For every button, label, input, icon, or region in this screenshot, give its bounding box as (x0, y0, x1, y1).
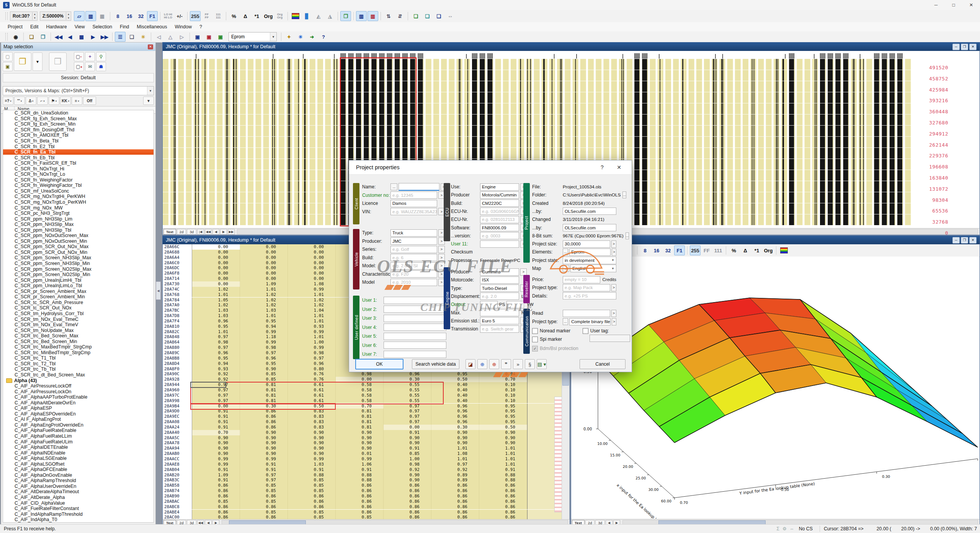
hex-cell[interactable]: 0.90 (479, 435, 527, 441)
display-bin-icon[interactable]: 111 111 (213, 11, 224, 21)
project-arrow-button[interactable]: > (612, 249, 616, 256)
dialog-titlebar[interactable]: Project properties ? ✕ (349, 160, 632, 175)
hex-cell[interactable]: 0.00 (288, 271, 336, 276)
communication-field[interactable] (563, 310, 610, 317)
hex-cell[interactable]: 0.00 (192, 271, 240, 276)
hex-address[interactable]: 28AA08 (163, 419, 192, 425)
hex-cell[interactable]: 0.76 (288, 371, 336, 377)
map-list-item[interactable]: C_AIF_AlphaOFCEnable (3, 467, 154, 473)
vehicle-field[interactable]: e.g. F20 (390, 270, 437, 278)
new-window-icon[interactable]: ❐ (340, 11, 351, 21)
project-dropdown[interactable]: in development▼ (563, 257, 616, 264)
sort-asc-icon[interactable]: ⇅ (383, 11, 394, 21)
hex-cell[interactable]: 0.86 (384, 488, 431, 494)
view-2d-icon[interactable]: ▣ (204, 32, 214, 42)
map-list-item[interactable]: C_AIF_AltDerateAlphaTimeout (3, 489, 154, 495)
new-project-icon[interactable]: ▢ (3, 52, 13, 61)
hex-cell[interactable]: 0.50 (431, 377, 479, 382)
map-list-item[interactable]: C_AIF_AlphaINDEnable (3, 450, 154, 456)
hex-cell[interactable]: 0.55 (384, 393, 431, 398)
hex-cell[interactable]: 0.00 (240, 271, 288, 276)
hex-cell[interactable]: 0.97 (192, 345, 240, 350)
hex-cell[interactable]: 0.85 (384, 451, 431, 456)
hex-cell[interactable]: 0.90 (431, 430, 479, 435)
delta2-icon[interactable]: Δ (740, 245, 751, 255)
session-icon[interactable]: ◉ (10, 32, 21, 42)
hex-cell[interactable]: 0.86 (479, 494, 527, 499)
hex-cell[interactable]: 0.97 (431, 462, 479, 467)
hex-cell[interactable]: 0.00 (288, 250, 336, 255)
child3-restore-icon[interactable]: ❐ (961, 237, 968, 244)
spi-marker-checkbox[interactable] (532, 337, 538, 342)
export-version-icon[interactable]: ▢◂ (74, 62, 84, 71)
hex-cell[interactable]: 0.90 (384, 473, 431, 478)
eprom-combo-arrow-icon[interactable]: ▼ (270, 33, 276, 41)
ecu-field[interactable]: e.g. 03G906016GN (480, 208, 519, 215)
map-list-item[interactable]: C_SCR_ppm_Screen_NO2Slip_Min (3, 272, 154, 278)
hex-cell[interactable]: 0.86 (288, 499, 336, 504)
ecu-field[interactable]: Motorola/Cummin (480, 191, 519, 199)
hex-cell[interactable]: 0.85 (288, 483, 336, 488)
hex-cell[interactable]: 0.94 (479, 371, 527, 377)
map-list-item[interactable]: C_SCR_tm_NOx_Eval_TimeV (3, 322, 154, 328)
hex-cell[interactable]: 0.91 (192, 425, 240, 430)
pyramid-icon[interactable]: ◭ (313, 11, 324, 21)
hex-cell[interactable]: 0.95 (479, 404, 527, 409)
map-list-item[interactable]: C_AIF_AlphaUserOverrideEn (3, 484, 154, 489)
map-list-item[interactable]: C_SCR_fn_E2_Tbl (3, 144, 154, 149)
hex-address[interactable]: 28A768 (163, 292, 192, 298)
map-list-item[interactable]: C_SCR_pr_Screen_Ambient_Min (3, 294, 154, 300)
hex-cell[interactable]: 0.85 (240, 371, 288, 377)
menu-window[interactable]: Window (171, 22, 196, 31)
child3-close-icon[interactable]: ✕ (969, 237, 977, 244)
map-list-item[interactable]: C_SCR_fn_NOxTrgt_Hi (3, 166, 154, 172)
hex-cell[interactable]: 0.86 (336, 510, 384, 515)
hex-cell[interactable]: 0.85 (288, 488, 336, 494)
hex-cell[interactable]: 0.96 (431, 404, 479, 409)
hex-address[interactable]: 28A90C (163, 371, 192, 377)
hex-cell[interactable]: 0.92 (192, 377, 240, 382)
width-32-icon[interactable]: 32 (136, 11, 146, 21)
map-list-item[interactable]: C_SCR_fn_Eb_Tbl (3, 155, 154, 160)
hex-address[interactable]: 28A8B8 (163, 356, 192, 361)
child-close-icon[interactable]: ✕ (969, 44, 977, 50)
hex-cell[interactable]: 0.97 (192, 382, 240, 387)
hex-cell[interactable]: 0.10 (479, 382, 527, 387)
hex-cell[interactable]: 0.30 (384, 377, 431, 382)
hex-cell[interactable]: 0.70 (192, 430, 240, 435)
org-org-icon[interactable]: Org Org (274, 11, 285, 21)
hex-cell[interactable]: 0.58 (336, 393, 384, 398)
menu-miscellaneous[interactable]: Miscellaneous (133, 22, 171, 31)
wf1-icon[interactable]: F1 (674, 245, 685, 255)
hex-cell[interactable]: 0.98 (240, 345, 288, 350)
hex-cell[interactable]: 0.88 (479, 473, 527, 478)
child-restore-icon[interactable]: ❐ (961, 44, 968, 50)
map-list-item[interactable]: C_SCR_ppm_NH3Slip_Tbl (3, 227, 154, 233)
map-list-item[interactable]: C_AIF_AlphaEngProtOverrideEn (3, 422, 154, 428)
rotation-spinner[interactable]: Rot:30? ▲▼ (10, 11, 38, 21)
hex-cell[interactable]: 0.50 (479, 425, 527, 430)
hex-cell[interactable]: 0.90 (336, 446, 384, 451)
child-minimize-icon[interactable]: ─ (952, 44, 960, 50)
panel-close-icon[interactable]: ✕ (148, 44, 153, 49)
hex-cell[interactable]: 0.99 (336, 456, 384, 462)
project-field[interactable]: Eprom (569, 249, 611, 256)
hex-cell[interactable]: 0.88 (479, 477, 527, 483)
engine-arrow-button[interactable]: > (520, 268, 527, 276)
bulb-icon[interactable]: ☀ (295, 32, 306, 42)
engine-field[interactable]: Cummins (480, 268, 519, 276)
hex-cell[interactable]: 0.40 (431, 393, 479, 398)
hex-address[interactable]: 28AA40 (163, 430, 192, 435)
ecu-field[interactable]: e.g. 0281012113 (480, 216, 519, 223)
zoom-updown-icon[interactable]: ▲▼ (66, 12, 71, 20)
toolbar-grip[interactable] (5, 12, 8, 20)
cancel-button[interactable]: Cancel (580, 359, 626, 369)
clone-window-icon[interactable]: ❐ (38, 32, 48, 42)
hex-cell[interactable]: 0.86 (384, 510, 431, 515)
user-tag-checkbox[interactable] (583, 328, 588, 334)
width-float-icon[interactable]: F1 (147, 11, 158, 21)
ecu-field[interactable]: FN80006.09 (480, 224, 519, 231)
hex-cell[interactable]: 0.86 (192, 494, 240, 499)
hex-cell[interactable]: 1.02 (240, 298, 288, 303)
client-field[interactable]: e.g. 12345 (390, 191, 437, 199)
